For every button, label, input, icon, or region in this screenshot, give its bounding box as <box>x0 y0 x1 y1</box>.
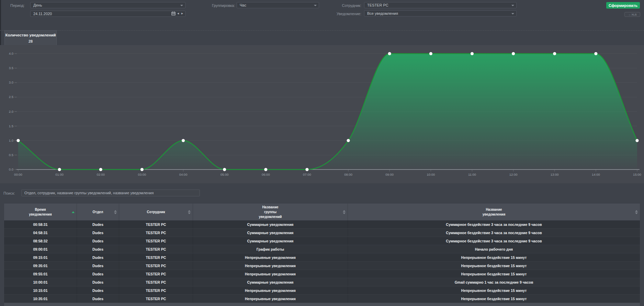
svg-text:15:00: 15:00 <box>633 173 641 176</box>
svg-text:2.0: 2.0 <box>9 110 13 113</box>
partial-next-row <box>4 303 640 306</box>
svg-text:3.5: 3.5 <box>9 66 13 70</box>
chevron-down-icon <box>511 13 514 14</box>
column-header[interactable]: Время уведомления <box>4 204 77 220</box>
table-cell: 10:15:01 <box>4 286 77 294</box>
table-cell: Суммарное бездействие 3 часа за последни… <box>348 220 640 228</box>
generate-button[interactable]: Сформировать <box>606 2 640 9</box>
table-cell: Dudes <box>77 237 119 245</box>
table-cell: Dudes <box>77 220 119 228</box>
date-next-button[interactable]: ▸ <box>181 11 184 15</box>
table-cell: TESTER PC <box>119 253 193 261</box>
svg-text:01:00: 01:00 <box>55 173 64 176</box>
column-header[interactable]: Название уведомления <box>348 204 640 220</box>
sort-icon[interactable] <box>343 210 346 214</box>
date-field-wrap: ◂ ▸ <box>30 10 185 17</box>
date-input[interactable] <box>30 11 185 17</box>
table-cell: Суммарное бездействие 3 часа за последни… <box>348 237 640 245</box>
svg-text:2.5: 2.5 <box>9 95 13 99</box>
svg-text:1.5: 1.5 <box>9 124 13 128</box>
grouping-select[interactable]: Час <box>237 2 319 8</box>
tab-title: Количество уведомлений <box>5 33 56 37</box>
svg-text:05:00: 05:00 <box>221 173 229 176</box>
svg-text:12:00: 12:00 <box>509 173 518 176</box>
notification-select[interactable]: Все уведомления <box>364 10 517 17</box>
calendar-icon[interactable] <box>171 11 176 15</box>
table-cell: Непрерывные уведомления <box>193 262 348 270</box>
svg-text:0.5: 0.5 <box>9 153 13 157</box>
table-cell: Начало рабочего дня <box>348 245 640 253</box>
table-cell: TESTER PC <box>119 286 193 294</box>
table-row: 09:00:01DudesTESTER PCГрафик работыНачал… <box>4 245 640 253</box>
column-header-label: Название группы уведомлений <box>259 205 282 219</box>
table-cell: Непрерывные уведомления <box>193 295 348 303</box>
table-cell: 09:55:01 <box>4 270 77 278</box>
table-row: 04:58:31DudesTESTER PCСуммарные уведомле… <box>4 229 640 237</box>
table-cell: Dudes <box>77 286 119 294</box>
chevron-down-icon <box>314 5 317 6</box>
svg-text:03:00: 03:00 <box>138 173 146 176</box>
svg-text:09:00: 09:00 <box>385 173 394 176</box>
table-cell: Непрерывное бездействие 15 минут <box>348 295 640 303</box>
employee-select[interactable]: TESTER PC <box>364 2 517 8</box>
table-cell: Суммарные уведомления <box>193 229 348 237</box>
svg-text:11:00: 11:00 <box>468 173 476 176</box>
export-xls-button[interactable]: → XLS <box>624 12 640 17</box>
column-header[interactable]: Отдел <box>77 204 119 220</box>
column-header-label: Отдел <box>93 210 103 215</box>
table-cell: Непрерывное бездействие 15 минут <box>348 262 640 270</box>
tab-notification-count[interactable]: Количество уведомлений 28 <box>4 30 57 45</box>
table-cell: TESTER PC <box>119 295 193 303</box>
column-header-label: Название уведомления <box>483 207 506 217</box>
table-row: 10:15:01DudesTESTER PCНепрерывные уведом… <box>4 286 640 295</box>
search-input[interactable] <box>21 189 200 196</box>
table-cell: 09:35:01 <box>4 262 77 270</box>
column-header[interactable]: Сотрудник <box>119 204 193 220</box>
column-header[interactable]: Название группы уведомлений <box>193 204 348 220</box>
table-cell: Dudes <box>77 253 119 261</box>
tab-count-badge: 28 <box>5 39 56 43</box>
table-row: 09:15:01DudesTESTER PCНепрерывные уведом… <box>4 253 640 262</box>
sort-icon[interactable] <box>188 210 191 214</box>
grouping-label: Группировка: <box>212 2 235 9</box>
sort-icon[interactable] <box>635 210 638 214</box>
sort-icon[interactable] <box>114 210 117 214</box>
table-cell: 09:15:01 <box>4 253 77 261</box>
table-cell: TESTER PC <box>119 220 193 228</box>
table-cell: Непрерывные уведомления <box>193 253 348 261</box>
tabs-divider <box>0 30 644 31</box>
svg-text:02:00: 02:00 <box>97 173 105 176</box>
svg-text:0.0: 0.0 <box>9 167 13 171</box>
notifications-table: Время уведомленияОтделСотрудникНазвание … <box>4 204 640 306</box>
period-select[interactable]: День <box>30 2 185 8</box>
period-value: День <box>33 3 42 7</box>
column-header-label: Сотрудник <box>147 210 165 215</box>
table-row: 09:55:01DudesTESTER PCНепрерывные уведом… <box>4 270 640 278</box>
table-cell: Непрерывное бездействие 15 минут <box>348 286 640 294</box>
svg-text:4.0: 4.0 <box>9 52 13 55</box>
period-label: Период: <box>10 2 25 9</box>
table-header: Время уведомленияОтделСотрудникНазвание … <box>4 204 640 220</box>
table-row: 08:58:32DudesTESTER PCСуммарные уведомле… <box>4 237 640 245</box>
table-cell: 10:35:01 <box>4 295 77 303</box>
svg-text:07:00: 07:00 <box>303 173 311 176</box>
svg-text:10:00: 10:00 <box>427 173 435 176</box>
table-cell: 09:00:01 <box>4 245 77 253</box>
svg-text:1.0: 1.0 <box>9 139 13 142</box>
sort-asc-icon[interactable] <box>72 211 75 213</box>
date-prev-button[interactable]: ◂ <box>177 11 180 15</box>
table-cell: TESTER PC <box>119 270 193 278</box>
search-label: Поиск: <box>3 191 15 195</box>
svg-text:00:00: 00:00 <box>14 173 22 176</box>
table-cell: 10:00:01 <box>4 278 77 286</box>
table-cell: Непрерывные уведомления <box>193 286 348 294</box>
table-cell: TESTER PC <box>119 278 193 286</box>
table-cell: Суммарные уведомления <box>193 278 348 286</box>
table-cell: Суммарные уведомления <box>193 237 348 245</box>
table-cell: TESTER PC <box>119 237 193 245</box>
svg-text:13:00: 13:00 <box>551 173 559 176</box>
notifications-area-chart: 0.00.51.01.52.02.53.03.54.000:0001:0002:… <box>0 45 644 183</box>
table-row: 09:35:01DudesTESTER PCНепрерывные уведом… <box>4 262 640 270</box>
svg-text:06:00: 06:00 <box>262 173 270 176</box>
grouping-value: Час <box>240 3 246 7</box>
